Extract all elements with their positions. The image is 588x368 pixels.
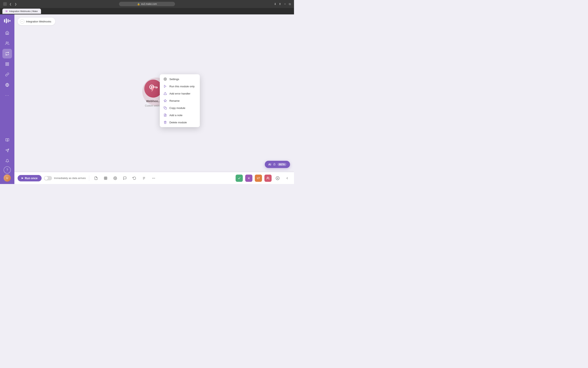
- svg-point-16: [165, 79, 166, 80]
- rename-label: Rename: [169, 99, 180, 102]
- browser-right: ⬇ ⬆ ＋ ⧉: [274, 2, 291, 6]
- main-content: ← Integration Webhooks another module: [14, 14, 294, 184]
- delete-label: Delete module: [169, 121, 187, 124]
- browser-url-text: eu2.make.com: [141, 3, 157, 5]
- context-menu-error-handler[interactable]: Add error handler: [160, 90, 200, 97]
- tab-bar: M Integration Webhooks | Make: [0, 8, 294, 14]
- breadcrumb-back-btn[interactable]: ←: [20, 19, 24, 24]
- svg-rect-5: [6, 63, 7, 64]
- toolbar-separator-1: [89, 175, 89, 181]
- svg-rect-3: [9, 20, 10, 22]
- download-icon[interactable]: ⬇: [274, 2, 276, 6]
- avatar-initials: U: [6, 177, 8, 180]
- app-container: ··· ?: [0, 14, 294, 184]
- context-menu: Settings Run this module only: [160, 74, 200, 127]
- add-note-label: Add a note: [169, 114, 182, 117]
- run-module-label: Run this module only: [169, 85, 195, 88]
- sidebar-item-more[interactable]: ···: [2, 91, 12, 100]
- canvas-area: another module: [14, 14, 294, 172]
- purple-module-btn[interactable]: [245, 175, 252, 182]
- more-btn[interactable]: [150, 175, 157, 182]
- sparkle-icon: [273, 163, 276, 166]
- svg-point-33: [153, 178, 154, 178]
- bottom-toolbar: ▶ Run once Immediately as data arrives: [14, 172, 294, 184]
- sidebar: ··· ?: [0, 14, 14, 184]
- tab-favicon: M: [6, 10, 8, 12]
- sidebar-item-globe[interactable]: [2, 80, 12, 90]
- context-menu-delete[interactable]: Delete module: [160, 119, 200, 126]
- browser-chrome: ❮ ❯ 🔒 eu2.make.com ⬇ ⬆ ＋ ⧉: [0, 0, 294, 8]
- svg-rect-6: [8, 63, 9, 64]
- browser-back-btn[interactable]: ❮: [9, 2, 12, 6]
- rename-icon: [163, 99, 167, 102]
- context-menu-rename[interactable]: Rename: [160, 97, 200, 104]
- align-btn[interactable]: [102, 175, 109, 182]
- add-module-btn[interactable]: [274, 175, 281, 182]
- tools-btn[interactable]: [140, 175, 148, 182]
- tab-title: Integration Webhooks | Make: [9, 10, 38, 12]
- toggle-label: Immediately as data arrives: [54, 177, 86, 180]
- orange-module-btn[interactable]: LT: [255, 175, 262, 182]
- sidebar-item-scenarios[interactable]: [2, 49, 12, 58]
- delete-icon: [163, 120, 167, 124]
- svg-rect-7: [6, 64, 7, 66]
- ai-label: AI: [268, 163, 271, 166]
- rose-module-btn[interactable]: [264, 175, 272, 182]
- green-module-btn[interactable]: [236, 175, 243, 182]
- sidebar-item-team[interactable]: [2, 38, 12, 48]
- svg-point-4: [6, 42, 7, 43]
- sidebar-item-home[interactable]: [2, 28, 12, 38]
- context-menu-copy[interactable]: Copy module: [160, 104, 200, 111]
- settings-icon: [163, 77, 167, 81]
- lock-icon: 🔒: [137, 3, 140, 5]
- sidebar-item-notifications[interactable]: [2, 156, 12, 166]
- user-avatar[interactable]: U: [4, 175, 11, 182]
- svg-rect-2: [8, 19, 9, 22]
- question-icon: ?: [6, 168, 8, 172]
- browser-forward-btn[interactable]: ❯: [14, 2, 18, 6]
- error-handler-label: Add error handler: [169, 92, 190, 95]
- notes-btn[interactable]: [92, 175, 100, 182]
- svg-rect-1: [6, 18, 7, 23]
- context-menu-add-note[interactable]: Add a note: [160, 111, 200, 119]
- sidebar-item-templates[interactable]: [2, 59, 12, 69]
- beta-badge: BETA: [278, 163, 286, 166]
- copy-icon: [163, 106, 167, 110]
- scheduling-toggle[interactable]: [44, 176, 52, 180]
- ai-beta-button[interactable]: AI BETA: [265, 161, 290, 168]
- sidebar-item-launches[interactable]: [2, 146, 12, 155]
- toggle-knob: [44, 176, 48, 180]
- new-tab-icon[interactable]: ＋: [284, 2, 286, 6]
- breadcrumb[interactable]: ← Integration Webhooks: [18, 18, 55, 25]
- comment-btn[interactable]: [121, 175, 128, 182]
- svg-marker-17: [164, 85, 166, 87]
- run-once-button[interactable]: ▶ Run once: [18, 175, 42, 181]
- copy-label: Copy module: [169, 107, 185, 110]
- settings-btn[interactable]: [112, 175, 119, 182]
- share-icon[interactable]: ⬆: [279, 2, 281, 6]
- context-menu-run-module[interactable]: Run this module only: [160, 83, 200, 90]
- settings-label: Settings: [169, 78, 179, 81]
- svg-point-34: [154, 178, 155, 178]
- context-menu-settings[interactable]: Settings: [160, 75, 200, 83]
- undo-btn[interactable]: [131, 175, 138, 182]
- browser-center: 🔒 eu2.make.com: [119, 2, 175, 6]
- svg-point-32: [152, 178, 153, 178]
- collapse-btn[interactable]: [284, 175, 291, 182]
- sidebar-bottom: ? U: [2, 135, 12, 182]
- make-logo[interactable]: [3, 17, 11, 25]
- browser-sidebar-icon[interactable]: [3, 2, 7, 6]
- sidebar-item-help[interactable]: ?: [4, 166, 11, 174]
- note-icon: [163, 113, 167, 117]
- browser-url-bar[interactable]: 🔒 eu2.make.com: [119, 2, 175, 6]
- svg-rect-0: [4, 19, 5, 22]
- play-icon: ▶: [22, 177, 23, 179]
- sidebar-item-docs[interactable]: [2, 135, 12, 145]
- scheduling-toggle-container: Immediately as data arrives: [44, 176, 86, 180]
- active-tab[interactable]: M Integration Webhooks | Make: [2, 9, 41, 14]
- run-module-icon: [163, 84, 167, 88]
- sidebar-item-connections[interactable]: [2, 70, 12, 79]
- browser-left: ❮ ❯: [3, 2, 18, 6]
- breadcrumb-title: Integration Webhooks: [26, 20, 51, 23]
- window-icon[interactable]: ⧉: [289, 2, 291, 6]
